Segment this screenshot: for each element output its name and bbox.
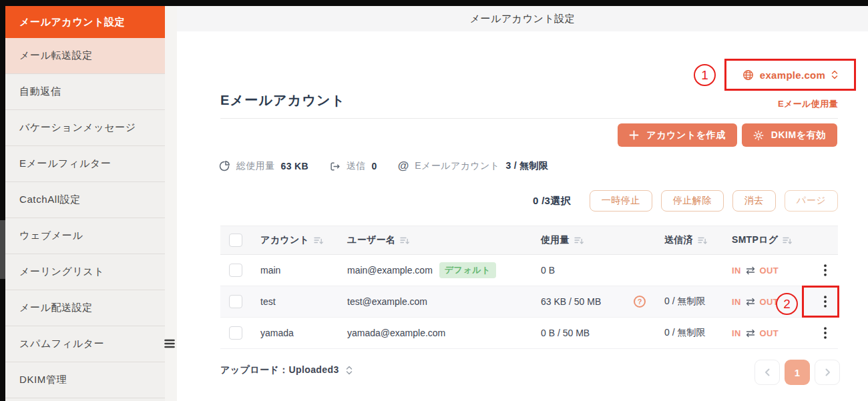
unsuspend-button[interactable]: 停止解除 <box>661 190 724 212</box>
sidebar-item-label: メーリングリスト <box>19 266 104 278</box>
create-account-button[interactable]: アカウントを作成 <box>618 123 737 147</box>
column-header-username[interactable]: ユーザー名 <box>347 234 541 246</box>
cell-sent: 0 / 無制限 <box>664 296 732 308</box>
purge-button[interactable]: パージ <box>785 190 838 212</box>
kebab-icon <box>824 327 827 339</box>
help-icon[interactable] <box>634 296 646 308</box>
sort-icon[interactable] <box>698 236 707 245</box>
row-actions-menu-button[interactable] <box>812 255 838 286</box>
cell-usage: 63 KB / 50 MB <box>541 296 664 308</box>
hamburger-menu-icon[interactable] <box>164 338 176 350</box>
page-1-button[interactable]: 1 <box>785 360 810 385</box>
transfer-arrows-icon <box>745 266 756 275</box>
sidebar-item-label: メール配送設定 <box>19 302 93 314</box>
kebab-icon <box>824 264 827 276</box>
cell-account: test <box>260 296 347 307</box>
enable-dkim-label: DKIMを有効 <box>771 129 826 141</box>
stat-label: 総使用量 <box>236 160 275 172</box>
kebab-icon <box>824 296 827 308</box>
table-row: main main@example.com デフォルト 0 B IN OUT <box>220 255 838 286</box>
suspend-button[interactable]: 一時停止 <box>590 190 652 212</box>
sidebar-item-auto-reply[interactable]: 自動返信 <box>5 74 165 110</box>
cell-username: test@example.com <box>347 296 541 307</box>
pagination: 1 <box>754 360 840 385</box>
sidebar-item-label: DKIM管理 <box>19 374 67 386</box>
cell-usage: 0 B / 50 MB <box>541 328 664 338</box>
select-chevrons-icon <box>831 69 838 80</box>
usage-text: 0 B <box>541 265 555 276</box>
column-header-smtp-log[interactable]: SMTPログ <box>732 234 812 246</box>
selection-count: 0 /3選択 <box>533 195 571 208</box>
smtp-out-label[interactable]: OUT <box>760 328 779 338</box>
usage-text: 63 KB / 50 MB <box>541 296 601 307</box>
annotation-number: 1 <box>701 68 708 83</box>
table-row: test test@example.com 63 KB / 50 MB 0 / … <box>220 286 838 318</box>
sidebar-item-label: バケーションメッセージ <box>19 121 136 134</box>
sidebar-item-catchall-settings[interactable]: CatchAll設定 <box>5 182 165 218</box>
annotation-circle-1: 1 <box>694 64 716 86</box>
column-header-account[interactable]: アカウント <box>260 234 347 246</box>
sidebar-item-mailing-list[interactable]: メーリングリスト <box>5 254 165 290</box>
select-all-checkbox[interactable] <box>229 234 242 247</box>
sort-icon[interactable] <box>314 236 323 245</box>
title-divider <box>220 118 838 119</box>
sidebar-item-mail-delivery-settings[interactable]: メール配送設定 <box>5 290 165 326</box>
sort-icon[interactable] <box>400 236 409 245</box>
row-actions-menu-button[interactable] <box>812 318 838 348</box>
row-checkbox[interactable] <box>229 295 242 308</box>
cell-account: yamada <box>260 328 347 338</box>
sidebar-item-vacation-message[interactable]: バケーションメッセージ <box>5 110 165 146</box>
at-icon: @ <box>398 159 409 173</box>
sidebar-item-label: 自動返信 <box>19 85 61 98</box>
email-accounts-table: アカウント ユーザー名 使用量 送信済 SMTPログ main main@exa… <box>220 226 838 349</box>
enable-dkim-button[interactable]: DKIMを有効 <box>742 123 837 147</box>
row-actions-menu-button[interactable] <box>812 286 838 317</box>
table-row: yamada yamada@example.com 0 B / 50 MB 0 … <box>220 318 838 349</box>
sidebar-item-email-filter[interactable]: Eメールフィルター <box>5 146 165 182</box>
left-edge-strip <box>0 0 5 401</box>
sort-icon[interactable] <box>783 236 792 245</box>
sidebar-item-mail-forwarding[interactable]: メール転送設定 <box>5 38 165 74</box>
column-header-sent[interactable]: 送信済 <box>664 234 732 246</box>
delete-button[interactable]: 消去 <box>732 190 776 212</box>
smtp-in-label[interactable]: IN <box>732 297 741 307</box>
annotation-circle-2: 2 <box>776 293 798 315</box>
domain-select-value: example.com <box>760 69 825 81</box>
bulk-actions-row: 0 /3選択 一時停止 停止解除 消去 パージ <box>533 190 838 212</box>
next-page-button[interactable] <box>815 360 840 385</box>
select-chevrons-icon <box>346 365 353 376</box>
username-text: test@example.com <box>347 296 427 307</box>
smtp-in-label[interactable]: IN <box>732 328 741 338</box>
column-header-usage[interactable]: 使用量 <box>541 234 664 246</box>
column-header-label: 送信済 <box>664 234 693 246</box>
send-icon <box>329 161 341 172</box>
email-usage-link[interactable]: Eメール使用量 <box>778 98 838 110</box>
sort-icon[interactable] <box>574 236 584 245</box>
domain-select[interactable]: example.com <box>742 69 838 81</box>
column-header-label: SMTPログ <box>732 234 778 246</box>
sidebar-item-label: スパムフィルター <box>19 338 104 350</box>
sidebar-item-webmail[interactable]: ウェブメール <box>5 218 165 254</box>
smtp-out-label[interactable]: OUT <box>760 266 779 276</box>
chevron-left-icon <box>764 368 771 377</box>
column-header-label: アカウント <box>260 234 309 246</box>
upload-select[interactable]: アップロード：Uploaded3 <box>220 364 353 376</box>
sidebar-item-dkim-management[interactable]: DKIM管理 <box>5 362 165 398</box>
upload-select-label: アップロード：Uploaded3 <box>220 364 339 376</box>
default-badge: デフォルト <box>439 262 496 278</box>
sidebar-item-mail-account-settings[interactable]: メールアカウント設定 <box>5 6 165 38</box>
gear-icon <box>753 130 764 141</box>
row-checkbox[interactable] <box>229 326 242 340</box>
cell-account: main <box>260 265 347 276</box>
annotation-number: 2 <box>783 297 791 312</box>
row-checkbox[interactable] <box>229 264 242 277</box>
prev-page-button[interactable] <box>754 360 780 385</box>
cell-sent: 0 / 無制限 <box>664 327 732 339</box>
plus-icon <box>629 130 639 140</box>
smtp-in-label[interactable]: IN <box>732 266 741 276</box>
stat-value: 0 <box>372 161 377 171</box>
sidebar-item-spam-filter[interactable]: スパムフィルター <box>5 326 165 362</box>
scrollbar-thumb[interactable] <box>0 220 5 279</box>
pie-chart-icon <box>218 160 230 172</box>
stat-sent: 送信 0 <box>329 160 377 172</box>
